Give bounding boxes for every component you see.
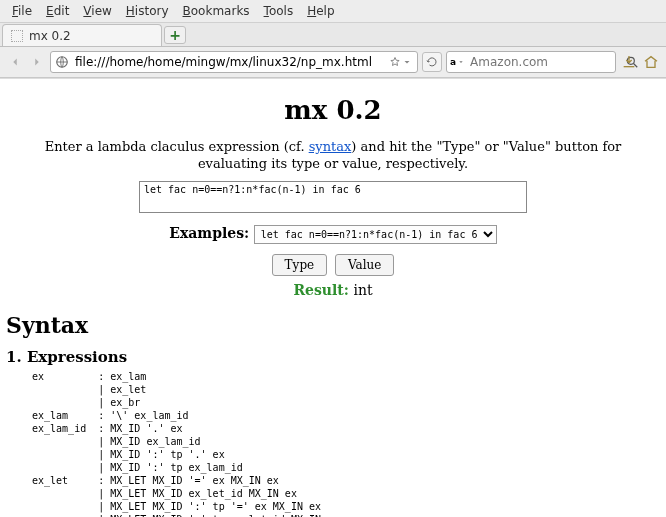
search-engine-badge[interactable]: a	[450, 57, 465, 67]
arrow-right-icon	[30, 55, 44, 69]
expressions-heading: 1. Expressions	[6, 348, 662, 366]
reload-icon	[426, 56, 438, 68]
menu-view[interactable]: View	[77, 2, 117, 20]
expression-input[interactable]: let fac n=0==n?1:n*fac(n-1) in fac 6	[139, 181, 527, 213]
page-viewport[interactable]: mx 0.2 Enter a lambda claculus expressio…	[0, 78, 666, 517]
browser-tab[interactable]: mx 0.2	[2, 24, 162, 46]
intro-text: Enter a lambda claculus expression (cf. …	[22, 139, 644, 173]
value-button[interactable]: Value	[335, 254, 394, 276]
page-content: mx 0.2 Enter a lambda claculus expressio…	[0, 79, 666, 517]
examples-label: Examples:	[169, 225, 249, 241]
syntax-link[interactable]: syntax	[309, 139, 352, 154]
search-bar[interactable]: a	[446, 51, 616, 73]
chevron-down-icon	[457, 58, 465, 66]
syntax-heading: Syntax	[6, 312, 662, 338]
forward-button[interactable]	[28, 53, 46, 71]
grammar-block: ex : ex_lam | ex_let | ex_br ex_lam : '\…	[32, 370, 662, 517]
url-input[interactable]	[73, 54, 385, 70]
star-icon	[389, 56, 401, 68]
search-input[interactable]	[468, 54, 622, 70]
downloads-button[interactable]	[620, 53, 638, 71]
menu-bookmarks[interactable]: Bookmarks	[177, 2, 256, 20]
type-button[interactable]: Type	[272, 254, 328, 276]
menu-edit[interactable]: Edit	[40, 2, 75, 20]
menu-help[interactable]: Help	[301, 2, 340, 20]
examples-row: Examples: let fac n=0==n?1:n*fac(n-1) in…	[4, 225, 662, 244]
chevron-down-icon	[401, 56, 413, 68]
menu-file[interactable]: File	[6, 2, 38, 20]
back-button[interactable]	[6, 53, 24, 71]
globe-icon	[55, 55, 69, 69]
home-button[interactable]	[642, 53, 660, 71]
plus-icon: +	[169, 27, 181, 43]
menu-tools[interactable]: Tools	[258, 2, 300, 20]
amazon-a-icon: a	[450, 57, 456, 67]
reload-button[interactable]	[422, 52, 442, 72]
download-arrow-icon	[621, 54, 637, 70]
button-row: Type Value	[4, 254, 662, 276]
tab-title: mx 0.2	[29, 29, 71, 43]
result-value: int	[353, 282, 372, 298]
result-label: Result:	[293, 282, 349, 298]
page-favicon-icon	[11, 30, 23, 42]
toolbar-extra	[620, 53, 660, 71]
arrow-left-icon	[8, 55, 22, 69]
tabstrip: mx 0.2 +	[0, 23, 666, 47]
intro-before: Enter a lambda claculus expression (cf.	[45, 139, 309, 154]
menu-history[interactable]: History	[120, 2, 175, 20]
bookmark-star-button[interactable]	[389, 56, 413, 68]
result-row: Result: int	[4, 282, 662, 298]
url-bar[interactable]	[50, 51, 418, 73]
home-icon	[643, 54, 659, 70]
menubar: File Edit View History Bookmarks Tools H…	[0, 0, 666, 23]
page-title: mx 0.2	[4, 95, 662, 125]
examples-select[interactable]: let fac n=0==n?1:n*fac(n-1) in fac 6	[254, 225, 497, 244]
new-tab-button[interactable]: +	[164, 26, 186, 44]
nav-toolbar: a	[0, 47, 666, 78]
